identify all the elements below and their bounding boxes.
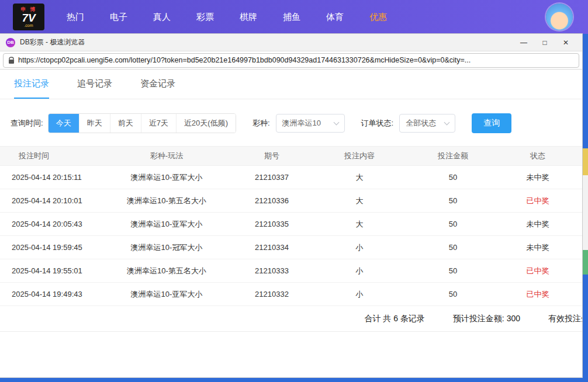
- cell-bet-amount: 50: [409, 243, 497, 252]
- cell-bet-amount: 50: [409, 220, 497, 228]
- cell-bet-time: 2025-04-14 19:49:43: [0, 290, 99, 298]
- cell-bet-amount: 50: [409, 290, 497, 298]
- table-header-row: 投注时间 彩种-玩法 期号 投注内容 投注金额 状态: [0, 146, 582, 166]
- minimize-button[interactable]: —: [513, 34, 534, 51]
- cell-bet-amount: 50: [409, 266, 497, 275]
- address-bar[interactable]: https://ctopcp02pcali.uengi5e.com/lotter…: [3, 53, 579, 68]
- bet-records-table: 投注时间 彩种-玩法 期号 投注内容 投注金额 状态 2025-04-14 20…: [0, 146, 582, 306]
- cell-play-type: 澳洲幸运10-亚军大小: [99, 219, 234, 230]
- background-fragment: [582, 250, 588, 275]
- order-status-label: 订单状态:: [361, 118, 394, 129]
- cell-issue: 21210334: [234, 243, 310, 252]
- browser-window: DB DB彩票 - 极速浏览器 — □ ✕ https://ctopcp02pc…: [0, 34, 582, 377]
- nav-item-chess[interactable]: 棋牌: [240, 12, 257, 23]
- browser-urlbar: https://ctopcp02pcali.uengi5e.com/lotter…: [0, 51, 582, 70]
- tab-chase-records[interactable]: 追号记录: [77, 70, 112, 99]
- time-option-7days[interactable]: 近7天: [141, 114, 176, 133]
- cell-issue: 21210335: [234, 220, 310, 228]
- time-option-yesterday[interactable]: 昨天: [79, 114, 110, 133]
- cell-bet-content: 大: [310, 196, 409, 206]
- site-top-nav: 申 博 7V .com 热门 电子 真人 彩票 棋牌 捕鱼 体育 优惠: [0, 0, 588, 34]
- nav-item-electronic[interactable]: 电子: [110, 12, 127, 23]
- background-page-bottom-edge: [0, 377, 588, 382]
- header-status: 状态: [497, 151, 579, 161]
- nav-item-lottery[interactable]: 彩票: [196, 12, 214, 23]
- cell-status: 未中奖: [497, 172, 579, 183]
- cell-bet-time: 2025-04-14 19:55:01: [0, 266, 99, 275]
- cell-bet-time: 2025-04-14 20:10:01: [0, 196, 99, 205]
- nav-item-hot[interactable]: 热门: [67, 12, 84, 23]
- tab-fund-records[interactable]: 资金记录: [140, 70, 175, 99]
- query-time-label: 查询时间:: [11, 118, 43, 129]
- tab-bet-records[interactable]: 投注记录: [14, 70, 49, 99]
- summary-valid-amount: 有效投注金额: [548, 314, 582, 324]
- site-nav-menu: 热门 电子 真人 彩票 棋牌 捕鱼 体育 优惠: [67, 12, 387, 23]
- table-row[interactable]: 2025-04-14 20:15:11 澳洲幸运10-亚军大小 21210337…: [0, 166, 582, 189]
- cell-bet-content: 大: [310, 219, 409, 230]
- filter-bar: 查询时间: 今天 昨天 前天 近7天 近20天(低频) 彩种: 澳洲幸运10 订…: [11, 113, 582, 133]
- cell-play-type: 澳洲幸运10-第五名大小: [99, 266, 234, 276]
- cell-status: 未中奖: [497, 242, 579, 253]
- header-bet-content: 投注内容: [310, 151, 409, 161]
- table-row[interactable]: 2025-04-14 19:55:01 澳洲幸运10-第五名大小 2121033…: [0, 259, 582, 283]
- cell-play-type: 澳洲幸运10-冠军大小: [99, 242, 234, 253]
- cell-bet-time: 2025-04-14 20:05:43: [0, 220, 99, 228]
- close-button[interactable]: ✕: [555, 34, 576, 51]
- header-issue: 期号: [234, 151, 310, 161]
- cell-status: 未中奖: [497, 219, 579, 230]
- db-favicon-icon: DB: [6, 38, 15, 47]
- screen: 申 博 7V .com 热门 电子 真人 彩票 棋牌 捕鱼 体育 优惠 DB D…: [0, 0, 588, 382]
- nav-item-sports[interactable]: 体育: [326, 12, 344, 23]
- cell-bet-time: 2025-04-14 20:15:11: [0, 173, 99, 182]
- cell-bet-content: 小: [310, 289, 409, 300]
- cell-bet-amount: 50: [409, 196, 497, 205]
- window-title: DB彩票 - 极速浏览器: [20, 37, 85, 47]
- background-fragment: [582, 148, 588, 175]
- window-controls: — □ ✕: [513, 34, 576, 51]
- time-option-20days-lowfreq[interactable]: 近20天(低频): [176, 114, 236, 133]
- chevron-down-icon: [333, 120, 339, 126]
- time-range-group: 今天 昨天 前天 近7天 近20天(低频): [48, 113, 236, 133]
- background-page-right-edge: [582, 34, 588, 382]
- lottery-type-label: 彩种:: [253, 118, 270, 129]
- cell-bet-amount: 50: [409, 173, 497, 182]
- nav-item-fishing[interactable]: 捕鱼: [283, 12, 300, 23]
- nav-item-promotions[interactable]: 优惠: [369, 12, 387, 23]
- cell-play-type: 澳洲幸运10-亚军大小: [99, 289, 234, 300]
- site-logo[interactable]: 申 博 7V .com: [13, 4, 44, 30]
- chevron-down-icon: [444, 120, 450, 126]
- header-bet-time: 投注时间: [0, 151, 99, 161]
- summary-total-records: 合计 共 6 条记录: [364, 314, 424, 324]
- summary-expected-amount: 预计投注金额: 300: [453, 314, 520, 324]
- browser-titlebar[interactable]: DB DB彩票 - 极速浏览器 — □ ✕: [0, 34, 582, 51]
- cell-play-type: 澳洲幸运10-第五名大小: [99, 196, 234, 206]
- search-button[interactable]: 查询: [472, 113, 511, 133]
- background-fragment: [582, 175, 588, 250]
- lottery-type-select[interactable]: 澳洲幸运10: [276, 114, 345, 133]
- time-option-today[interactable]: 今天: [49, 114, 79, 133]
- cell-bet-content: 大: [310, 172, 409, 183]
- user-avatar[interactable]: [546, 4, 573, 30]
- lottery-page: 投注记录 追号记录 资金记录 查询时间: 今天 昨天 前天 近7天 近20天(低…: [0, 70, 582, 377]
- lock-icon: [8, 57, 15, 64]
- record-tabs: 投注记录 追号记录 资金记录: [0, 70, 582, 99]
- cell-issue: 21210333: [234, 266, 310, 275]
- table-row[interactable]: 2025-04-14 19:59:45 澳洲幸运10-冠军大小 21210334…: [0, 236, 582, 259]
- nav-item-live[interactable]: 真人: [153, 12, 171, 23]
- time-option-day-before[interactable]: 前天: [110, 114, 141, 133]
- logo-text-main: 7V: [22, 12, 35, 23]
- cell-bet-content: 小: [310, 266, 409, 276]
- header-play-type: 彩种-玩法: [99, 151, 234, 161]
- order-status-select[interactable]: 全部状态: [399, 114, 455, 133]
- summary-bar: 合计 共 6 条记录 预计投注金额: 300 有效投注金额: [0, 306, 582, 332]
- table-row[interactable]: 2025-04-14 19:49:43 澳洲幸运10-亚军大小 21210332…: [0, 283, 582, 306]
- cell-issue: 21210332: [234, 290, 310, 298]
- logo-text-suffix: .com: [24, 23, 33, 27]
- maximize-button[interactable]: □: [534, 34, 555, 51]
- table-row[interactable]: 2025-04-14 20:10:01 澳洲幸运10-第五名大小 2121033…: [0, 189, 582, 213]
- cell-status: 已中奖: [497, 266, 579, 276]
- table-row[interactable]: 2025-04-14 20:05:43 澳洲幸运10-亚军大小 21210335…: [0, 213, 582, 236]
- cell-status: 已中奖: [497, 196, 579, 206]
- cell-issue: 21210336: [234, 196, 310, 205]
- cell-issue: 21210337: [234, 173, 310, 182]
